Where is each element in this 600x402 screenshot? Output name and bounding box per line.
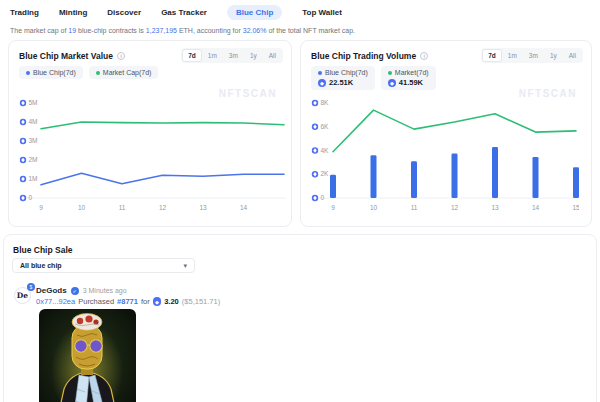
svg-text:14: 14	[240, 204, 248, 211]
sale-item-detail: 0x77...92ea Purchased #8771 for ◆ 3.20 (…	[36, 297, 220, 306]
svg-text:11: 11	[119, 204, 126, 211]
range-option-all[interactable]: All	[263, 49, 282, 62]
blue-chip-sale-panel: Blue Chip Sale All blue chip ▾ De $ DeGo…	[3, 234, 597, 402]
green-series-dot-icon	[96, 71, 100, 75]
range-option-all[interactable]: All	[563, 49, 582, 62]
trading-volume-panel: Blue Chip Trading Volume i 7d 1m 3m 1y A…	[300, 40, 592, 227]
legend-label: Market Cap(7d)	[103, 69, 152, 76]
range-option-7d[interactable]: 7d	[482, 49, 502, 62]
svg-text:4M: 4M	[29, 118, 38, 125]
legend-blue-chip[interactable]: Blue Chip(7d)	[19, 66, 83, 79]
trading-volume-chart[interactable]: 02K4K6K8K9101112131415	[307, 95, 579, 225]
buyer-address[interactable]: 0x77...92ea	[36, 297, 75, 306]
svg-text:12: 12	[451, 204, 459, 211]
svg-text:14: 14	[532, 204, 540, 211]
eth-icon: ◆	[318, 79, 326, 87]
svg-text:1M: 1M	[29, 175, 38, 182]
summary-text: blue-chip contracts is	[76, 27, 146, 34]
svg-text:10: 10	[370, 204, 378, 211]
legend-value: 41.59K	[399, 78, 423, 87]
svg-text:4K: 4K	[321, 147, 330, 154]
chart-legend: Blue Chip(7d) ◆ 22.51K Market(7d) ◆ 41.5…	[311, 66, 436, 90]
panel-title-text: Blue Chip Trading Volume	[311, 51, 416, 61]
info-icon[interactable]: i	[420, 52, 428, 60]
svg-text:2M: 2M	[29, 156, 38, 163]
range-option-1y[interactable]: 1y	[244, 49, 263, 62]
svg-text:8K: 8K	[321, 99, 330, 106]
sale-item-header: DeGods ✓ 3 Minutes ago	[36, 286, 127, 295]
nft-artwork	[39, 309, 136, 402]
blue-series-dot-icon	[26, 71, 30, 75]
eth-icon: ◆	[153, 297, 162, 306]
nav-item-discover[interactable]: Discover	[107, 8, 141, 17]
svg-text:3M: 3M	[29, 137, 38, 144]
range-option-1m[interactable]: 1m	[202, 49, 223, 62]
range-option-3m[interactable]: 3m	[223, 49, 244, 62]
chevron-down-icon: ▾	[183, 262, 187, 270]
summary-text: The market cap of	[10, 27, 68, 34]
nav-item-blue-chip[interactable]: Blue Chip	[227, 5, 282, 20]
legend-blue-chip[interactable]: Blue Chip(7d) ◆ 22.51K	[311, 66, 375, 90]
green-series-dot-icon	[388, 71, 392, 75]
token-id[interactable]: #8771	[117, 297, 138, 306]
legend-value: 22.51K	[329, 78, 353, 87]
collection-filter-dropdown[interactable]: All blue chip ▾	[12, 258, 195, 273]
svg-text:6K: 6K	[321, 123, 330, 130]
svg-text:13: 13	[491, 204, 499, 211]
nav-item-minting[interactable]: Minting	[59, 8, 87, 17]
top-nav: Trading Minting Discover Gas Tracker Blu…	[0, 0, 600, 24]
legend-label: Blue Chip(7d)	[33, 69, 76, 76]
eth-price: 3.20	[164, 297, 179, 306]
legend-label: Blue Chip(7d)	[325, 69, 368, 76]
svg-text:2K: 2K	[321, 170, 330, 177]
svg-text:10: 10	[78, 204, 86, 211]
avatar-dollar-badge-icon: $	[27, 283, 35, 291]
collection-name[interactable]: DeGods	[36, 286, 67, 295]
legend-label: Market(7d)	[395, 69, 429, 76]
chart-legend: Blue Chip(7d) Market Cap(7d)	[19, 66, 158, 79]
usd-price: ($5,151.71)	[182, 297, 220, 306]
summary-text: of the total NFT market cap.	[266, 27, 355, 34]
range-option-3m[interactable]: 3m	[523, 49, 544, 62]
market-cap-summary: The market cap of 19 blue-chip contracts…	[10, 27, 355, 34]
eth-icon: ◆	[388, 79, 396, 87]
svg-text:11: 11	[411, 204, 418, 211]
sale-timestamp: 3 Minutes ago	[83, 287, 127, 294]
time-range-group: 7d 1m 3m 1y All	[481, 48, 583, 63]
filter-selected-value: All blue chip	[20, 262, 62, 269]
verified-icon: ✓	[71, 287, 79, 295]
nav-item-gas-tracker[interactable]: Gas Tracker	[161, 8, 207, 17]
nav-item-top-wallet[interactable]: Top Wallet	[302, 8, 342, 17]
summary-text: ETH, accounting for	[177, 27, 243, 34]
panel-title-text: Blue Chip Market Value	[19, 51, 113, 61]
panel-title: Blue Chip Market Value i	[19, 51, 125, 61]
market-percent: 32.06%	[243, 27, 267, 34]
svg-text:12: 12	[159, 204, 167, 211]
svg-text:9: 9	[39, 204, 43, 211]
range-option-1y[interactable]: 1y	[544, 49, 563, 62]
svg-text:9: 9	[331, 204, 335, 211]
nft-image[interactable]	[39, 309, 136, 402]
preposition-text: for	[141, 297, 150, 306]
svg-text:0: 0	[321, 194, 325, 201]
nav-item-trading[interactable]: Trading	[10, 8, 39, 17]
sale-action-text: Purchased	[78, 297, 114, 306]
legend-market[interactable]: Market(7d) ◆ 41.59K	[381, 66, 436, 90]
contract-count: 19	[68, 27, 76, 34]
blue-series-dot-icon	[318, 71, 322, 75]
svg-text:5M: 5M	[29, 99, 38, 106]
svg-text:15: 15	[572, 204, 579, 211]
svg-text:13: 13	[199, 204, 207, 211]
market-value-panel: Blue Chip Market Value i 7d 1m 3m 1y All…	[8, 40, 292, 227]
time-range-group: 7d 1m 3m 1y All	[181, 48, 283, 63]
market-value-chart[interactable]: 01M2M3M4M5M91011121314	[15, 95, 287, 225]
svg-text:0: 0	[29, 194, 33, 201]
info-icon[interactable]: i	[117, 52, 125, 60]
legend-market-cap[interactable]: Market Cap(7d)	[89, 66, 159, 79]
range-option-7d[interactable]: 7d	[182, 49, 202, 62]
sale-panel-title: Blue Chip Sale	[13, 245, 73, 255]
panel-title: Blue Chip Trading Volume i	[311, 51, 428, 61]
range-option-1m[interactable]: 1m	[502, 49, 523, 62]
eth-amount: 1,237,195	[146, 27, 177, 34]
